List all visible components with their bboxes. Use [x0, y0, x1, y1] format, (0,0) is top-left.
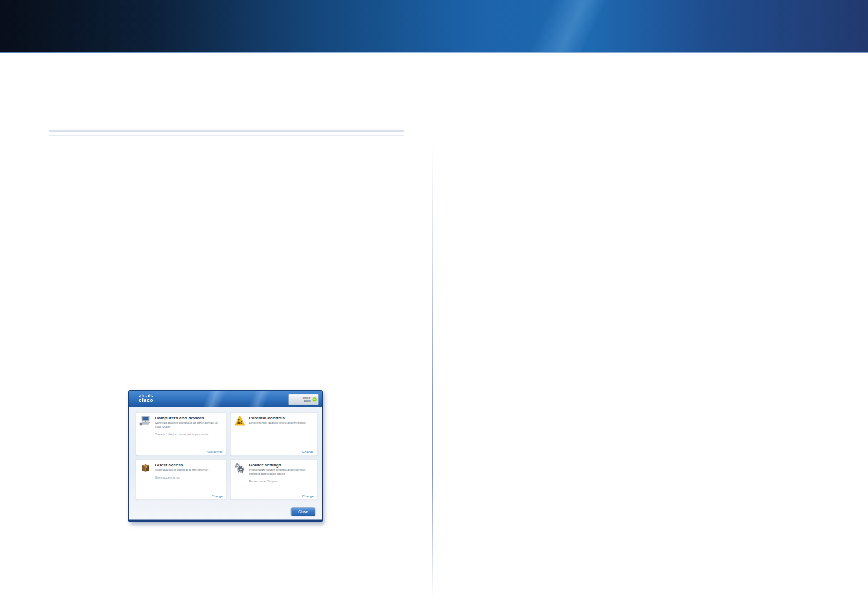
- router-settings-change-link[interactable]: Change: [302, 494, 313, 498]
- panel-status: There is 1 device connected to your rout…: [155, 432, 224, 436]
- window-header: cisco status: online: [129, 391, 322, 407]
- panel-parental-controls[interactable]: Parental controls Limit Internet access …: [230, 412, 317, 456]
- status-line2: online: [303, 400, 311, 403]
- cisco-connect-screenshot: cisco status: online: [128, 390, 517, 609]
- guest-access-change-link[interactable]: Change: [211, 494, 222, 498]
- close-button[interactable]: Close: [291, 508, 315, 516]
- panel-status: Router name: Simpson: [249, 480, 315, 483]
- parental-controls-change-link[interactable]: Change: [302, 449, 313, 453]
- window-footer: Close: [291, 508, 315, 516]
- heading-rule-top: [49, 130, 404, 132]
- parental-controls-icon: [233, 416, 247, 426]
- online-led-icon: [313, 397, 317, 401]
- panel-title: Guest access: [155, 463, 224, 468]
- network-status-text: status: online: [303, 396, 311, 402]
- user-guide-page: cisco status: online: [0, 0, 868, 609]
- panel-status: Guest access is: on: [155, 476, 224, 479]
- cisco-logo-text: cisco: [134, 397, 158, 402]
- cisco-connect-window: cisco status: online: [128, 390, 323, 522]
- panel-description: Limit Internet access times and websites: [249, 421, 315, 425]
- add-device-link[interactable]: Add device: [207, 449, 223, 453]
- panel-title: Router settings: [249, 463, 315, 468]
- heading-rule-bottom: [49, 135, 404, 136]
- computer-icon: [139, 416, 152, 436]
- panel-description: Connect another computer or other device…: [155, 421, 224, 429]
- guest-box-icon: [139, 463, 152, 479]
- window-body: Computers and devices Connect another co…: [129, 408, 322, 520]
- page-top-banner: [0, 0, 868, 53]
- panel-title: Parental controls: [249, 416, 315, 420]
- panel-description: Personalize router settings and test you…: [249, 468, 315, 476]
- banner-bottom-edge: [0, 52, 868, 53]
- panel-computers-and-devices[interactable]: Computers and devices Connect another co…: [136, 412, 226, 456]
- panel-description: Allow guests to connect to the Internet: [155, 468, 224, 472]
- panel-guest-access[interactable]: Guest access Allow guests to connect to …: [136, 459, 226, 500]
- menu-grid: Computers and devices Connect another co…: [136, 412, 315, 500]
- gears-icon: [233, 463, 247, 483]
- cisco-logo: cisco: [134, 394, 158, 402]
- panel-router-settings[interactable]: Router settings Personalize router setti…: [230, 459, 317, 500]
- network-status-chip[interactable]: status: online: [288, 394, 319, 405]
- panel-title: Computers and devices: [155, 416, 224, 420]
